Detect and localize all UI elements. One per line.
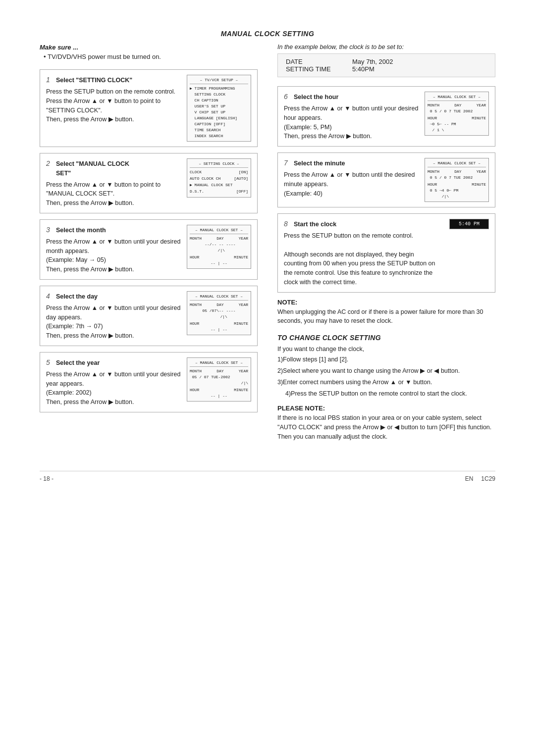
step-1-content: 1 Select "SETTING CLOCK" Press the SETUP… [46, 75, 181, 124]
step-3-screen: – MANUAL CLOCK SET – MONTHDAYYEAR --/-- … [187, 225, 251, 269]
step-4-title: Select the day [56, 292, 98, 302]
change-clock-item-1: 1)Follow steps [1] and [2]. [277, 354, 495, 364]
step-5-screen: – MANUAL CLOCK SET – MONTHDAYYEAR 05 / 0… [187, 357, 251, 402]
step-2-content: 2 Select "MANUAL CLOCKSET" Press the Arr… [46, 158, 181, 208]
step-1-screen: – TV/VCR SETUP – ▶ TIMER PROGRAMMING SET… [187, 75, 251, 142]
note-section: NOTE: When unplugging the AC cord or if … [277, 299, 495, 326]
step-5-title: Select the year [56, 358, 100, 368]
step-7-screen: – MANUAL CLOCK SET – MONTHDAYYEAR 0 5 / … [425, 158, 489, 202]
change-clock-list: 1)Follow steps [1] and [2]. 2)Select whe… [277, 354, 495, 399]
page-footer: - 18 - EN 1C29 [40, 471, 495, 482]
footer-language: EN [465, 475, 474, 482]
example-intro: In the example below, the clock is to be… [277, 44, 495, 50]
change-clock-section: TO CHANGE CLOCK SETTING If you want to c… [277, 334, 495, 399]
step-6-content: 6 Select the hour Press the Arrow ▲ or ▼… [284, 92, 419, 141]
please-note-section: PLEASE NOTE: If there is no local PBS st… [277, 404, 495, 441]
step-7-title: Select the minute [294, 159, 345, 168]
step-1-box: 1 Select "SETTING CLOCK" Press the SETUP… [40, 69, 258, 147]
step-2-number: 2 [46, 158, 53, 169]
step-3-box: 3 Select the month Press the Arrow ▲ or … [40, 219, 258, 280]
step-4-content: 4 Select the day Press the Arrow ▲ or ▼ … [46, 291, 181, 341]
example-block: DATE May 7th, 2002 SETTING TIME 5:40PM [277, 53, 495, 77]
change-clock-item-4: 4)Press the SETUP button on the remote c… [277, 389, 495, 399]
step-8-box: 8 Start the clock Press the SETUP button… [277, 213, 495, 293]
step-2-screen: – SETTING CLOCK – CLOCK[ON] AUTO CLOCK C… [187, 158, 251, 197]
step-6-screen: – MANUAL CLOCK SET – MONTHDAYYEAR 0 5 / … [425, 92, 489, 136]
change-clock-title: TO CHANGE CLOCK SETTING [277, 334, 495, 342]
step-7-number: 7 [284, 158, 291, 168]
example-date-label: DATE [286, 58, 340, 65]
step-6-number: 6 [284, 92, 291, 102]
step-1-text: Press the SETUP button on the remote con… [46, 87, 181, 124]
make-sure-item: TV/DVD/VHS power must be turned on. [44, 53, 258, 60]
step-3-content: 3 Select the month Press the Arrow ▲ or … [46, 225, 181, 274]
step-8-number: 8 [284, 219, 291, 229]
left-column: Make sure ... TV/DVD/VHS power must be t… [40, 44, 258, 441]
step-6-title: Select the hour [294, 93, 338, 102]
step-7-content: 7 Select the minute Press the Arrow ▲ or… [284, 158, 419, 198]
step-4-screen: – MANUAL CLOCK SET – MONTHDAYYEAR 05 /07… [187, 291, 251, 335]
step-1-title: Select "SETTING CLOCK" [56, 76, 132, 85]
footer-page-number: - 18 - [40, 475, 54, 482]
please-note-text: If there is no local PBS station in your… [277, 413, 495, 441]
example-date-value: May 7th, 2002 [352, 58, 393, 65]
example-time-value: 5:40PM [352, 65, 374, 73]
clock-display: 5:40 PM [449, 219, 489, 229]
please-note-title: PLEASE NOTE: [277, 404, 495, 412]
step-2-text: Press the Arrow ▲ or ▼ button to point t… [46, 180, 181, 208]
step-3-text: Press the Arrow ▲ or ▼ button until your… [46, 237, 181, 274]
footer-model: 1C29 [481, 475, 495, 482]
step-6-text: Press the Arrow ▲ or ▼ button until your… [284, 104, 419, 141]
step-5-number: 5 [46, 357, 53, 368]
right-column: In the example below, the clock is to be… [277, 44, 495, 441]
step-4-box: 4 Select the day Press the Arrow ▲ or ▼ … [40, 286, 258, 346]
page-title: MANUAL CLOCK SETTING [40, 30, 495, 38]
step-5-text: Press the Arrow ▲ or ▼ button until your… [46, 370, 181, 407]
step-7-text: Press the Arrow ▲ or ▼ button until the … [284, 170, 419, 198]
step-3-title: Select the month [56, 226, 106, 235]
step-8-title: Start the clock [294, 220, 336, 229]
change-clock-intro: If you want to change the clock, [277, 346, 495, 353]
step-3-number: 3 [46, 225, 53, 235]
step-2-title: Select "MANUAL CLOCKSET" [56, 159, 129, 178]
step-4-number: 4 [46, 291, 53, 302]
step-6-box: 6 Select the hour Press the Arrow ▲ or ▼… [277, 86, 495, 147]
change-clock-item-3: 3)Enter correct numbers using the Arrow … [277, 377, 495, 387]
step-8-content: 8 Start the clock Press the SETUP button… [284, 219, 438, 287]
step-8-text: Press the SETUP button on the remote con… [284, 231, 438, 287]
make-sure-label: Make sure ... [40, 44, 258, 51]
step-7-box: 7 Select the minute Press the Arrow ▲ or… [277, 152, 495, 207]
step-1-number: 1 [46, 75, 53, 85]
note-title: NOTE: [277, 299, 495, 306]
step-2-box: 2 Select "MANUAL CLOCKSET" Press the Arr… [40, 153, 258, 213]
step-5-box: 5 Select the year Press the Arrow ▲ or ▼… [40, 352, 258, 412]
step-5-content: 5 Select the year Press the Arrow ▲ or ▼… [46, 357, 181, 407]
change-clock-item-2: 2)Select where you want to change using … [277, 366, 495, 376]
make-sure-list: TV/DVD/VHS power must be turned on. [40, 53, 258, 60]
note-text: When unplugging the AC cord or if there … [277, 307, 495, 326]
step-4-text: Press the Arrow ▲ or ▼ button until your… [46, 303, 181, 341]
example-time-label: SETTING TIME [286, 65, 340, 73]
